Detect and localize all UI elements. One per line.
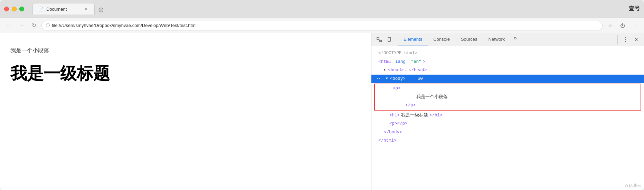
refresh-button[interactable]: ↻ <box>29 21 39 30</box>
head-expand-arrow[interactable]: ▶ <box>384 67 386 73</box>
devtools-close-button[interactable]: × <box>632 35 641 45</box>
body-close-tag: </body> <box>384 129 402 136</box>
active-tab[interactable]: 📄 Document × <box>32 3 95 15</box>
code-head-line[interactable]: ▶ <head> … </head> <box>371 66 644 75</box>
tab-sources[interactable]: Sources <box>455 33 483 46</box>
address-bar[interactable]: ⓘ file:///Users/smyhvae/Dropbox/smyhvae.… <box>41 21 603 30</box>
html-open-tag: <html <box>378 58 394 66</box>
inspect-element-button[interactable] <box>374 35 385 45</box>
head-tag: <head> <box>388 66 404 74</box>
body-dollar: $0 <box>418 75 423 83</box>
traffic-lights <box>4 7 24 11</box>
code-html-close-line[interactable]: </html> <box>371 136 644 145</box>
code-p-empty-line[interactable]: <p></p> <box>371 120 644 128</box>
devtools-content: <!DOCTYPE html> <html lang = "en" > ▶ <h… <box>371 46 644 190</box>
code-h1-line[interactable]: <h1> 我是一级标题 </h1> <box>371 111 644 120</box>
minimize-button[interactable] <box>12 7 17 11</box>
browser-window: 📄 Document × ⊕ 壹号 ← → ↻ ⓘ file:///Users/… <box>0 0 644 190</box>
main-area: 我是一个小段落 我是一级标题 <box>0 33 644 190</box>
html-close-bracket: > <box>423 58 426 66</box>
tab-title: Document <box>46 7 67 12</box>
body-eq-sign: == <box>409 75 414 83</box>
power-button[interactable]: ⏻ <box>618 21 627 30</box>
tab-area: 📄 Document × ⊕ <box>32 3 626 15</box>
svg-rect-0 <box>377 37 379 39</box>
watermark-icon: ⊙ <box>625 183 628 188</box>
html-close-tag: </html> <box>378 137 397 145</box>
body-dots: ··· <box>376 75 383 82</box>
devtools-toolbar: Elements Console Sources Network » ⋮ × <box>371 33 644 46</box>
html-lang-value: "en" <box>411 58 422 66</box>
h1-close: </h1> <box>429 112 443 120</box>
maximize-button[interactable] <box>19 7 24 11</box>
devtools-more-tabs-button[interactable]: » <box>510 33 520 43</box>
h1-content: 我是一级标题 <box>401 112 428 120</box>
document-icon: 📄 <box>38 7 44 11</box>
code-html-line: <html lang = "en" > <box>371 58 644 66</box>
p-content-text: 我是一个小段落 <box>416 93 448 101</box>
page-paragraph: 我是一个小段落 <box>10 47 361 54</box>
tab-close-button[interactable]: × <box>83 6 89 12</box>
highlight-box: <p> 我是一个小段落 </p> <box>374 84 641 111</box>
body-expand-arrow[interactable]: ▼ <box>386 76 388 82</box>
tab-elements[interactable]: Elements <box>398 33 428 46</box>
tab-network[interactable]: Network <box>483 33 511 46</box>
devtools-actions: ⋮ × <box>617 35 644 45</box>
html-lang-attr: lang <box>395 58 406 66</box>
watermark-text: 亿速云 <box>629 183 641 189</box>
window-logo: 壹号 <box>629 5 640 12</box>
devtools-menu-button[interactable]: ⋮ <box>621 35 630 45</box>
watermark: ⊙ 亿速云 <box>625 183 641 189</box>
url-text: file:///Users/smyhvae/Dropbox/smyhvae.co… <box>52 23 598 28</box>
close-button[interactable] <box>4 7 9 11</box>
device-toolbar-button[interactable] <box>385 35 395 45</box>
html-eq: = <box>407 58 410 66</box>
lock-icon: ⓘ <box>46 23 50 28</box>
p-open-tag: <p> <box>393 85 401 93</box>
body-open-tag: <body> <box>390 75 406 83</box>
head-close-tag: </head> <box>409 66 427 74</box>
p-close-tag: </p> <box>405 102 416 110</box>
new-tab-button[interactable]: ⊕ <box>96 5 106 15</box>
p-empty: <p></p> <box>389 120 408 128</box>
code-doctype-line: <!DOCTYPE html> <box>371 49 644 58</box>
head-ellipsis: … <box>405 67 407 74</box>
code-p-open-line[interactable]: <p> <box>375 84 641 93</box>
title-bar: 📄 Document × ⊕ 壹号 <box>0 0 644 18</box>
code-p-close-line[interactable]: </p> <box>375 101 641 110</box>
code-body-selected-line[interactable]: ··· ▼ <body> == $0 <box>371 75 644 83</box>
bookmark-button[interactable]: ☆ <box>605 21 615 30</box>
back-button[interactable]: ← <box>4 21 14 30</box>
h1-open: <h1> <box>389 112 400 120</box>
page-heading: 我是一级标题 <box>10 63 361 85</box>
svg-point-3 <box>389 40 390 41</box>
devtools-icon-area <box>371 35 398 45</box>
devtools-tabs: Elements Console Sources Network » <box>398 33 617 46</box>
nav-bar: ← → ↻ ⓘ file:///Users/smyhvae/Dropbox/sm… <box>0 18 644 33</box>
code-p-content-line: 我是一个小段落 <box>375 93 641 102</box>
tab-console[interactable]: Console <box>428 33 455 46</box>
page-content: 我是一个小段落 我是一级标题 <box>0 33 371 190</box>
code-body-close-line[interactable]: </body> <box>371 128 644 137</box>
doctype-text: <!DOCTYPE html> <box>378 49 417 57</box>
browser-menu-button[interactable]: ⋮ <box>630 21 640 30</box>
forward-button[interactable]: → <box>17 21 26 30</box>
devtools-panel: Elements Console Sources Network » ⋮ × <box>371 33 644 190</box>
